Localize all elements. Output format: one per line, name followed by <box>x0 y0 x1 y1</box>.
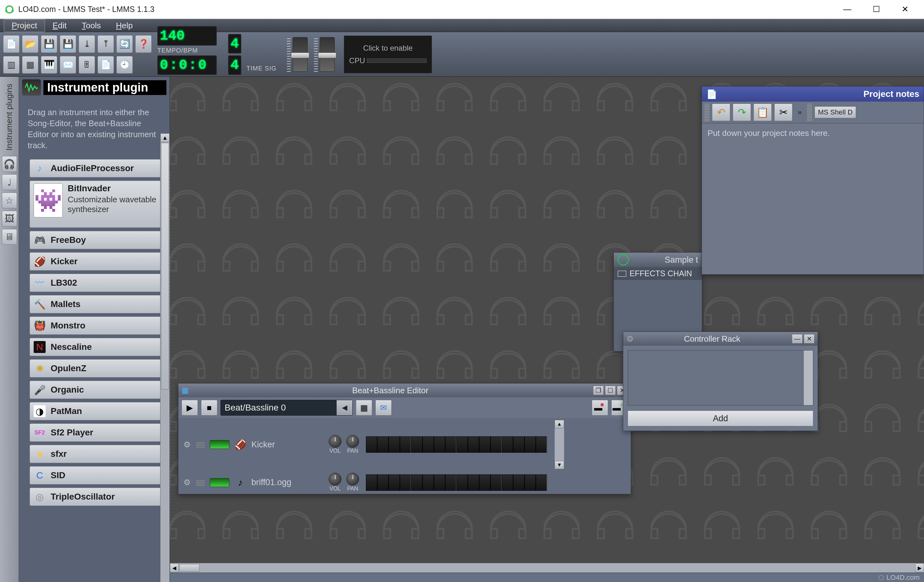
workspace-horizontal-scrollbar[interactable]: ◀ ▶ <box>170 563 924 572</box>
toolbar-button-r1-3[interactable]: 💾 <box>60 35 76 53</box>
toolbar-button-r2-4[interactable]: 🎚 <box>79 56 95 74</box>
plugin-nescaline[interactable]: NNescaline <box>30 338 166 356</box>
bb-step-9[interactable] <box>468 475 479 491</box>
panel-scroll-up[interactable]: ▲ <box>160 134 170 142</box>
bb-step-10[interactable] <box>479 436 490 453</box>
plugin-sid[interactable]: CSID <box>30 466 166 485</box>
beat-bassline-titlebar[interactable]: ▦ Beat+Bassline Editor ❐ ☐ ✕ <box>178 384 631 397</box>
window-minimize-button[interactable]: — <box>833 0 862 19</box>
controller-rack-window[interactable]: ⚙ Controller Rack — ✕ Add <box>623 331 818 431</box>
track-grip[interactable] <box>196 441 205 448</box>
bb-remove-track-button[interactable]: ▬■ <box>592 400 608 415</box>
bb-play-button[interactable]: ▶ <box>182 400 198 415</box>
side-tab-4[interactable]: 🖥 <box>2 229 17 245</box>
plugin-mallets[interactable]: 🔨Mallets <box>30 295 166 313</box>
controller-rack-titlebar[interactable]: ⚙ Controller Rack — ✕ <box>623 332 818 346</box>
plugin-kicker[interactable]: 🏈Kicker <box>30 252 166 270</box>
bb-step-9[interactable] <box>468 436 479 453</box>
plugin-audiofileprocessor[interactable]: ♪AudioFileProcessor <box>30 159 166 177</box>
toolbar-button-r1-6[interactable]: 🔄 <box>116 35 133 53</box>
bb-step-13[interactable] <box>513 475 525 491</box>
controller-add-button[interactable]: Add <box>628 411 813 426</box>
beat-bassline-restore-button[interactable]: ❐ <box>593 386 604 395</box>
bb-grid-button[interactable]: ▦ <box>356 400 372 415</box>
bb-step-5[interactable] <box>422 475 434 491</box>
bb-step-15[interactable] <box>536 436 547 453</box>
plugin-opulenz[interactable]: ✺OpulenZ <box>30 359 166 378</box>
beat-bassline-window[interactable]: ▦ Beat+Bassline Editor ❐ ☐ ✕ ▶ ■ Beat/Ba… <box>178 383 631 494</box>
plugin-sfxr[interactable]: ★sfxr <box>30 445 166 463</box>
bb-step-13[interactable] <box>513 436 525 453</box>
bb-envelope-button[interactable]: ✉ <box>375 400 392 415</box>
controller-rack-close-button[interactable]: ✕ <box>804 334 815 343</box>
bb-step-5[interactable] <box>422 436 434 453</box>
copy-button[interactable]: 📋 <box>754 104 772 121</box>
timesig-display[interactable]: 4 4 <box>228 34 241 75</box>
menu-help[interactable]: Help <box>108 20 140 32</box>
track-pan-knob[interactable] <box>346 435 359 448</box>
toolbar-button-r1-0[interactable]: 📄 <box>3 35 20 53</box>
toolbar-button-r1-7[interactable]: ❓ <box>135 35 152 53</box>
bb-step-11[interactable] <box>490 436 502 453</box>
controller-rack-minimize-button[interactable]: — <box>792 334 803 343</box>
track-volume-knob[interactable] <box>329 435 342 448</box>
bb-step-1[interactable] <box>377 475 389 491</box>
bb-step-1[interactable] <box>377 436 389 453</box>
toolbar-button-r1-4[interactable]: ⤓ <box>79 35 95 53</box>
effects-chain-toggle[interactable] <box>617 270 626 277</box>
beat-bassline-maximize-button[interactable]: ☐ <box>605 386 616 395</box>
menu-project[interactable]: Project <box>4 19 45 32</box>
hscroll-thumb[interactable] <box>179 564 200 572</box>
tempo-display[interactable]: 140 TEMPO/BPM 0 : 0 : 0 MIN SEC MSEC <box>157 26 217 82</box>
toolbar-overflow[interactable]: » <box>795 108 804 117</box>
bb-step-7[interactable] <box>445 475 457 491</box>
bb-step-3[interactable] <box>400 436 411 453</box>
track-name[interactable]: briff01.ogg <box>251 478 324 487</box>
side-tab-2[interactable]: ☆ <box>2 193 17 208</box>
window-maximize-button[interactable]: ☐ <box>862 0 891 19</box>
bb-step-2[interactable] <box>389 436 400 453</box>
bb-step-7[interactable] <box>445 436 457 453</box>
bb-step-14[interactable] <box>525 436 536 453</box>
undo-button[interactable]: ↶ <box>712 104 730 121</box>
font-selector[interactable]: MS Shell D <box>815 106 856 118</box>
hscroll-left[interactable]: ◀ <box>170 564 179 572</box>
side-tab-instrument-plugins[interactable]: Instrument plugins <box>4 84 14 150</box>
effects-chain-header[interactable]: EFFECTS CHAIN <box>614 267 702 280</box>
visualizer-panel[interactable]: Click to enable CPU <box>344 36 432 73</box>
plugin-freeboy[interactable]: 🎮FreeBoy <box>30 231 166 249</box>
panel-scrollbar[interactable]: ▲ <box>160 134 170 582</box>
bb-step-6[interactable] <box>434 436 445 453</box>
side-tab-0[interactable]: 🎧 <box>2 156 17 172</box>
menu-edit[interactable]: Edit <box>45 20 74 32</box>
bb-step-14[interactable] <box>525 475 536 491</box>
plugin-organic[interactable]: 🎤Organic <box>30 381 166 399</box>
bb-step-12[interactable] <box>502 475 513 491</box>
bb-vertical-scrollbar[interactable]: ▲▼ <box>554 420 564 469</box>
toolbar-button-r2-0[interactable]: ▥ <box>3 56 20 74</box>
bb-step-2[interactable] <box>389 475 400 491</box>
plugin-monstro[interactable]: 👹Monstro <box>30 317 166 335</box>
bb-step-0[interactable] <box>366 475 377 491</box>
track-mute-led[interactable] <box>210 478 229 487</box>
bb-step-3[interactable] <box>400 475 411 491</box>
bb-step-4[interactable] <box>411 436 422 453</box>
project-notes-window[interactable]: 📄 Project notes ↶ ↷ 📋 ✂ » MS Shell D Put… <box>701 86 924 275</box>
cut-button[interactable]: ✂ <box>774 104 792 121</box>
controller-list-scrollbar[interactable] <box>804 350 813 405</box>
gear-icon[interactable]: ⚙ <box>183 440 191 450</box>
menu-tools[interactable]: Tools <box>74 20 109 32</box>
toolbar-grip[interactable] <box>705 104 710 121</box>
bb-pattern-selector[interactable]: Beat/Bassline 0 ◀ <box>221 400 353 415</box>
beat-bassline-menu-icon[interactable]: ▦ <box>182 386 189 395</box>
project-notes-titlebar[interactable]: 📄 Project notes <box>702 87 924 102</box>
toolbar-button-r2-3[interactable]: ✉️ <box>60 56 76 74</box>
bb-step-12[interactable] <box>502 436 513 453</box>
sample-track-titlebar[interactable]: Sample t <box>614 252 702 267</box>
bb-step-6[interactable] <box>434 475 445 491</box>
track-grip[interactable] <box>196 480 205 486</box>
toolbar-button-r2-5[interactable]: 📄 <box>97 56 114 74</box>
plugin-tripleoscillator[interactable]: ◎TripleOscillator <box>30 488 166 506</box>
track-name[interactable]: Kicker <box>251 440 324 450</box>
panel-scroll-thumb[interactable] <box>161 143 169 389</box>
